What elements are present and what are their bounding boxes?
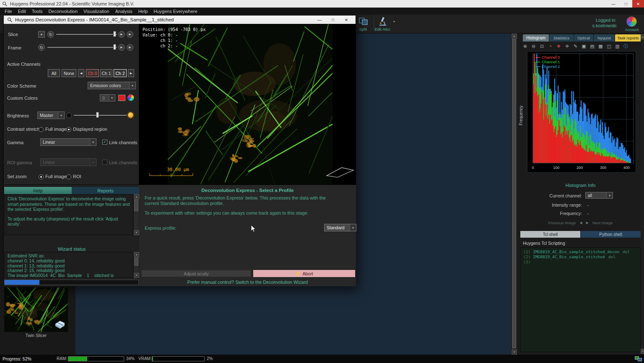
roi-gamma-link-channels-checkbox[interactable] bbox=[102, 160, 107, 165]
edit-microscope-dropdown-arrow[interactable]: ▾ bbox=[393, 20, 395, 23]
split-view-icon[interactable] bbox=[359, 17, 368, 26]
color-scheme-dropdown[interactable]: Emission colors bbox=[88, 82, 136, 89]
dialog-titlebar[interactable]: Huygens Deconvolution Express - IMG0014_… bbox=[4, 16, 356, 24]
chevron-down-icon[interactable] bbox=[129, 82, 135, 89]
network-status-icon[interactable] bbox=[635, 356, 642, 361]
snapshot-icon[interactable]: ▣ bbox=[581, 43, 587, 49]
chevron-down-icon[interactable] bbox=[606, 192, 613, 198]
scrollbar-thumb[interactable] bbox=[134, 257, 138, 266]
menu-deconvolution[interactable]: Deconvolution bbox=[45, 9, 80, 14]
scroll-up-icon[interactable] bbox=[512, 34, 517, 39]
chevron-down-icon[interactable] bbox=[109, 95, 115, 101]
frame-next-button[interactable] bbox=[127, 44, 133, 51]
chevron-down-icon[interactable] bbox=[90, 139, 96, 145]
image-viewer[interactable]: Position: (954 -703 0) px Value: ch 0: -… bbox=[139, 24, 356, 185]
brightness-slider-knob[interactable] bbox=[96, 112, 99, 118]
channels-icon[interactable]: ❖ bbox=[556, 43, 562, 49]
scroll-down-icon[interactable] bbox=[134, 230, 139, 235]
gamma-link-channels-checkbox[interactable] bbox=[102, 140, 107, 145]
tab-help[interactable]: Help bbox=[4, 187, 72, 194]
custom-colors-dropdown[interactable]: 0 bbox=[100, 94, 115, 101]
menu-tools[interactable]: Tools bbox=[29, 9, 46, 14]
channel-color-swatch[interactable] bbox=[118, 95, 125, 101]
channels-next-icon[interactable] bbox=[128, 69, 134, 77]
channels-all-button[interactable]: All bbox=[48, 69, 60, 77]
tab-histogram[interactable]: Histogram bbox=[523, 34, 549, 41]
tab-optical[interactable]: Optical bbox=[574, 34, 593, 41]
switch-to-wizard-link[interactable]: Prefer manual control? Switch to the Dec… bbox=[139, 280, 356, 285]
account-avatar[interactable] bbox=[626, 16, 637, 27]
tab-python-shell[interactable]: Python shell bbox=[581, 231, 641, 238]
frame-slider[interactable] bbox=[47, 44, 117, 50]
channel-2-button[interactable]: Ch 2 bbox=[114, 69, 127, 77]
menu-edit[interactable]: Edit bbox=[15, 9, 29, 14]
scroll-up-icon[interactable] bbox=[641, 34, 644, 39]
report-icon[interactable]: ▤ bbox=[589, 43, 595, 49]
palette-icon[interactable]: ◔ bbox=[547, 43, 553, 49]
edit-microscope-label[interactable]: Edit micr. bbox=[373, 27, 392, 31]
tab-nyquist[interactable]: Nyquist bbox=[594, 34, 615, 41]
tab-reports[interactable]: Reports bbox=[72, 187, 139, 194]
app-close-button[interactable] bbox=[632, 0, 644, 8]
abort-button[interactable]: ⚡Abort bbox=[253, 270, 355, 277]
chevron-down-icon[interactable] bbox=[58, 112, 64, 119]
info-icon[interactable]: ⓘ bbox=[623, 43, 629, 49]
dialog-minimize-button[interactable] bbox=[313, 16, 326, 24]
scroll-down-icon[interactable] bbox=[512, 350, 517, 355]
chevron-down-icon[interactable] bbox=[350, 224, 356, 231]
express-profile-dropdown[interactable]: Standard bbox=[324, 224, 356, 231]
scroll-down-icon[interactable] bbox=[641, 349, 644, 354]
scroll-down-icon[interactable] bbox=[134, 273, 139, 278]
account-label[interactable]: Account bbox=[623, 28, 641, 32]
menu-visualization[interactable]: Visualization bbox=[80, 9, 112, 14]
scroll-up-icon[interactable] bbox=[134, 252, 139, 257]
channel-0-button[interactable]: Ch 0 bbox=[86, 69, 99, 77]
status-scrollbar[interactable] bbox=[133, 252, 139, 278]
zoom-roi-label[interactable]: ROI bbox=[73, 174, 81, 179]
slice-slider-knob[interactable] bbox=[113, 31, 116, 37]
brightness-slider[interactable] bbox=[74, 112, 127, 118]
colormap-wheel-icon[interactable] bbox=[127, 94, 134, 101]
roi-gamma-dropdown[interactable]: Linear bbox=[40, 158, 96, 166]
slice-loop-button[interactable] bbox=[47, 31, 54, 38]
slice-next-button[interactable] bbox=[127, 31, 133, 38]
menu-file[interactable]: File bbox=[2, 9, 15, 14]
right-edge-scrollbar[interactable] bbox=[641, 34, 644, 355]
slice-slider[interactable] bbox=[56, 31, 117, 37]
tab-statistics[interactable]: Statistics bbox=[549, 34, 574, 41]
slice-play-button[interactable] bbox=[118, 31, 125, 38]
tcl-console[interactable]: (1)IMG0019_4C_Bio_sample_stitched_decond… bbox=[520, 247, 641, 352]
zoom-fit-icon[interactable]: ⊡ bbox=[539, 43, 545, 49]
app-titlebar[interactable]: Huygens Professional 22.04 - Scientific … bbox=[0, 0, 644, 8]
split-view-label[interactable]: Split bbox=[356, 27, 371, 31]
pick-icon[interactable]: ✛ bbox=[564, 43, 570, 49]
layout-icon[interactable]: ◫ bbox=[606, 43, 612, 49]
frame-play-button[interactable] bbox=[118, 44, 125, 51]
workspace-scrollbar[interactable] bbox=[511, 34, 517, 355]
next-image-label[interactable]: Next Image bbox=[592, 220, 613, 225]
help-scrollbar[interactable] bbox=[133, 194, 139, 235]
menu-help[interactable]: Help bbox=[135, 9, 151, 14]
previous-image-label[interactable]: Previous Image bbox=[548, 220, 576, 225]
channel-1-button[interactable]: Ch 1 bbox=[100, 69, 112, 77]
gamma-link-channels-label[interactable]: Link channels bbox=[109, 140, 137, 145]
next-image-icon[interactable] bbox=[586, 221, 589, 225]
zoom-out-icon[interactable]: ⊖ bbox=[530, 43, 537, 49]
annotate-icon[interactable]: ✎ bbox=[572, 43, 579, 49]
brightness-channel-dropdown[interactable]: Master bbox=[37, 111, 65, 119]
previous-image-icon[interactable] bbox=[580, 221, 582, 225]
edit-microscope-icon[interactable] bbox=[378, 17, 388, 26]
channels-none-button[interactable]: None bbox=[62, 69, 76, 77]
contrast-full-image-label[interactable]: Full image bbox=[45, 127, 67, 132]
zoom-full-image-radio[interactable] bbox=[39, 174, 44, 179]
app-maximize-button[interactable] bbox=[620, 0, 632, 8]
app-minimize-button[interactable] bbox=[607, 0, 620, 8]
zoom-roi-radio[interactable] bbox=[66, 174, 71, 179]
dialog-close-button[interactable] bbox=[340, 16, 353, 24]
adjust-acuity-button[interactable]: Adjust acuity bbox=[141, 270, 251, 277]
monitor-icon[interactable]: ▥ bbox=[614, 43, 621, 49]
histogram-chart[interactable]: 0100200300400Channel 0Channel 1Channel 2 bbox=[527, 51, 636, 173]
channels-prev-icon[interactable] bbox=[78, 69, 84, 77]
frame-slider-knob[interactable] bbox=[113, 44, 116, 50]
menu-huygens-everywhere[interactable]: Huygens Everywhere bbox=[151, 9, 200, 14]
